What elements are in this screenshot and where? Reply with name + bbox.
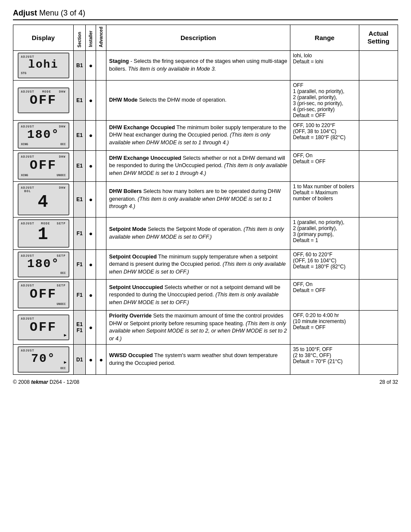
description-cell: WWSD Occupied The system's warm weather …	[106, 345, 290, 375]
footer-page: 28 of 32	[380, 379, 398, 385]
section-cell: E1	[74, 181, 86, 217]
installer-dot: ●	[89, 132, 93, 139]
section-cell: B1	[74, 50, 86, 80]
description-cell: Priority Override Sets the maximum amoun…	[106, 311, 290, 345]
display-cell: ADJUST SETP 180° OCC	[13, 249, 74, 280]
page-title: Adjust Menu (3 of 4)	[13, 9, 398, 20]
table-row: ADJUST DHW 180° XCNG OCC E1●DHW Exchange…	[13, 120, 398, 150]
installer-dot: ●	[89, 324, 93, 331]
installer-dot: ●	[89, 356, 93, 363]
description-cell: Staging - Selects the firing sequence of…	[106, 50, 290, 80]
footer-copyright: © 2008 tekmar D264 - 12/08	[13, 379, 79, 385]
advanced-cell	[96, 50, 106, 80]
display-cell: ADJUST SETP OFF UNOCC	[13, 280, 74, 311]
table-row: ADJUST DHW OFF XCNG UNOCC E1●DHW Exchang…	[13, 150, 398, 181]
th-actual: ActualSetting	[359, 25, 398, 51]
actual-cell	[359, 120, 398, 150]
section-cell: D1	[74, 345, 86, 375]
actual-cell	[359, 181, 398, 217]
header-row: Display Section Installer Advanced Descr…	[13, 25, 398, 51]
title-subtitle: Menu (3 of 4)	[37, 9, 85, 17]
section-cell: E1F1	[74, 311, 86, 345]
description-cell: DHW Exchange Occupied The minimum boiler…	[106, 120, 290, 150]
section-cell: E1	[74, 80, 86, 120]
table-row: ADJUST lohi STG B1●Staging - Selects the…	[13, 50, 398, 80]
th-display: Display	[13, 25, 74, 51]
description-cell: DHW Boilers Selects how many boilers are…	[106, 181, 290, 217]
installer-dot: ●	[89, 162, 93, 169]
range-cell: OFF, 0:20 to 4:00 hr(10 minute increment…	[290, 311, 359, 345]
display-cell: ADJUST DHW OFF XCNG UNOCC	[13, 150, 74, 181]
advanced-dot: ●	[100, 356, 103, 363]
installer-dot: ●	[89, 292, 93, 299]
actual-cell	[359, 80, 398, 120]
actual-cell	[359, 150, 398, 181]
table-row: ADJUST 70° OCC ▶ D1●●WWSD Occupied The s…	[13, 345, 398, 375]
table-row: ADJUSTBOL DHW 4 E1●DHW Boilers Selects h…	[13, 181, 398, 217]
installer-cell: ●	[86, 150, 96, 181]
installer-dot: ●	[89, 97, 93, 104]
installer-dot: ●	[89, 230, 93, 237]
installer-dot: ●	[89, 196, 93, 203]
advanced-cell	[96, 311, 106, 345]
th-advanced: Advanced	[96, 25, 106, 51]
advanced-cell: ●	[96, 345, 106, 375]
actual-cell	[359, 311, 398, 345]
advanced-cell	[96, 217, 106, 249]
installer-cell: ●	[86, 280, 96, 311]
installer-cell: ●	[86, 311, 96, 345]
range-cell: 35 to 100°F, OFF(2 to 38°C, OFF)Default …	[290, 345, 359, 375]
range-cell: 1 (parallel, no priority),2 (parallel, p…	[290, 217, 359, 249]
section-cell: F1	[74, 280, 86, 311]
installer-cell: ●	[86, 80, 96, 120]
advanced-cell	[96, 280, 106, 311]
installer-dot: ●	[89, 62, 93, 69]
footer: © 2008 tekmar D264 - 12/08 28 of 32	[13, 379, 398, 385]
table-body: ADJUST lohi STG B1●Staging - Selects the…	[13, 50, 398, 374]
display-cell: ADJUSTBOL DHW 4	[13, 181, 74, 217]
display-cell: ADJUST OFF ▶	[13, 311, 74, 345]
advanced-cell	[96, 120, 106, 150]
advanced-cell	[96, 181, 106, 217]
installer-cell: ●	[86, 50, 96, 80]
advanced-cell	[96, 80, 106, 120]
display-cell: ADJUST MODE SETP 1	[13, 217, 74, 249]
section-cell: F1	[74, 249, 86, 280]
description-cell: Setpoint Unoccupied Selects whether or n…	[106, 280, 290, 311]
installer-cell: ●	[86, 120, 96, 150]
range-cell: OFF, 100 to 220°F(OFF, 38 to 104°C)Defau…	[290, 120, 359, 150]
display-cell: ADJUST 70° OCC ▶	[13, 345, 74, 375]
description-cell: DHW Exchange Unoccupied Selects whether …	[106, 150, 290, 181]
display-cell: ADJUST lohi STG	[13, 50, 74, 80]
description-cell: DHW Mode Selects the DHW mode of operati…	[106, 80, 290, 120]
range-cell: OFF, OnDefault = OFF	[290, 150, 359, 181]
installer-cell: ●	[86, 249, 96, 280]
range-cell: OFF, OnDefault = OFF	[290, 280, 359, 311]
table-row: ADJUST OFF ▶ E1F1●Priority Override Sets…	[13, 311, 398, 345]
th-installer: Installer	[86, 25, 96, 51]
range-cell: OFF1 (parallel, no priority),2 (parallel…	[290, 80, 359, 120]
page-wrapper: Adjust Menu (3 of 4) Display Section Ins…	[0, 0, 411, 394]
th-section: Section	[74, 25, 86, 51]
advanced-cell	[96, 150, 106, 181]
installer-cell: ●	[86, 345, 96, 375]
installer-dot: ●	[89, 261, 93, 268]
actual-cell	[359, 280, 398, 311]
description-cell: Setpoint Mode Selects the Setpoint Mode …	[106, 217, 290, 249]
main-table: Display Section Installer Advanced Descr…	[13, 25, 398, 375]
th-range: Range	[290, 25, 359, 51]
table-row: ADJUST MODE DHW OFF E1●DHW Mode Selects …	[13, 80, 398, 120]
range-cell: OFF, 60 to 220°F(OFF, 16 to 104°C)Defaul…	[290, 249, 359, 280]
table-row: ADJUST MODE SETP 1 F1●Setpoint Mode Sele…	[13, 217, 398, 249]
th-description: Description	[106, 25, 290, 51]
advanced-cell	[96, 249, 106, 280]
table-row: ADJUST SETP OFF UNOCC F1●Setpoint Unoccu…	[13, 280, 398, 311]
actual-cell	[359, 217, 398, 249]
display-cell: ADJUST DHW 180° XCNG OCC	[13, 120, 74, 150]
actual-cell	[359, 249, 398, 280]
installer-cell: ●	[86, 181, 96, 217]
actual-cell	[359, 345, 398, 375]
table-row: ADJUST SETP 180° OCC F1●Setpoint Occupie…	[13, 249, 398, 280]
actual-cell	[359, 50, 398, 80]
description-cell: Setpoint Occupied The minimum supply tem…	[106, 249, 290, 280]
